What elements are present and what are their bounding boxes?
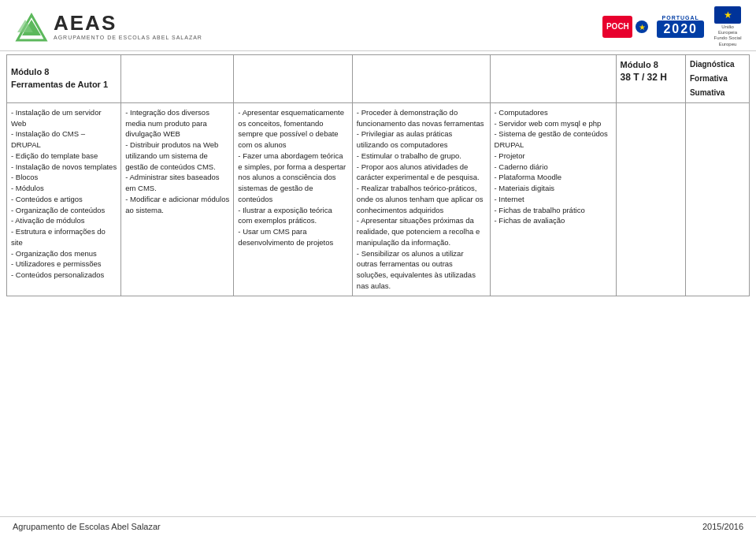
- table-container: Módulo 8Ferramentas de Autor 1 Módulo 8 …: [0, 51, 756, 300]
- footer: Agrupamento de Escolas Abel Salazar 2015…: [0, 516, 756, 536]
- hours-label: 38 T / 32 H: [621, 72, 667, 83]
- portugal-label: PORTUGAL: [662, 15, 699, 20]
- poch-group: POCH ★: [602, 16, 649, 38]
- poch-star-icon: ★: [635, 20, 649, 34]
- footer-year: 2015/2016: [702, 522, 743, 531]
- main-table: Módulo 8Ferramentas de Autor 1 Módulo 8 …: [6, 54, 750, 296]
- sumativa-label: Sumativa: [690, 87, 745, 99]
- header: AEAS AGRUPAMENTO DE ESCOLAS ABEL SALAZAR…: [0, 0, 756, 51]
- poch-label: POCH: [606, 22, 629, 31]
- eu-flag-badge: ★: [714, 6, 741, 24]
- col5-content-cell: - Computadores - Servidor web com mysql …: [490, 102, 616, 296]
- col3-header: [234, 54, 353, 102]
- modulo8-label: Módulo 8: [621, 60, 658, 69]
- poch-badge: POCH: [602, 16, 632, 38]
- table-header-row: Módulo 8Ferramentas de Autor 1 Módulo 8 …: [7, 54, 750, 102]
- diag-items: Diagnóstica Formativa Sumativa: [690, 59, 745, 99]
- eu-star-symbol: ★: [724, 9, 732, 20]
- logo-area: AEAS AGRUPAMENTO DE ESCOLAS ABEL SALAZAR: [13, 12, 202, 42]
- col4-content-cell: - Proceder à demonstração do funcionamen…: [352, 102, 490, 296]
- aeas-logo-icon: [13, 12, 50, 42]
- logo-img: AEAS AGRUPAMENTO DE ESCOLAS ABEL SALAZAR: [13, 12, 202, 42]
- logo-subtitle: AGRUPAMENTO DE ESCOLAS ABEL SALAZAR: [54, 35, 202, 40]
- portugal2020-group: PORTUGAL 2020: [657, 15, 704, 38]
- modulo-title: Módulo 8Ferramentas de Autor 1: [11, 67, 108, 88]
- col1-content: - Instalação de um servidor Web - Instal…: [11, 108, 117, 279]
- diag-label: Diagnóstica: [690, 59, 745, 70]
- eu-text: União Europeia Fundo Social Europeu: [712, 24, 743, 47]
- col2-content-cell: - Integração dos diversos media num prod…: [121, 102, 234, 296]
- col6-empty-cell: [616, 102, 685, 296]
- col4-header: [352, 54, 490, 102]
- col3-content-cell: - Apresentar esquematicamente os conceit…: [234, 102, 353, 296]
- col2-header: [121, 54, 234, 102]
- formativa-label: Formativa: [690, 73, 745, 84]
- year-2020-badge: 2020: [657, 20, 704, 38]
- modulo-title-cell: Módulo 8Ferramentas de Autor 1: [7, 54, 121, 102]
- footer-school-name: Agrupamento de Escolas Abel Salazar: [13, 522, 161, 531]
- col1-content-cell: - Instalação de um servidor Web - Instal…: [7, 102, 121, 296]
- svg-text:★: ★: [639, 23, 646, 32]
- modulo8-cell: Módulo 8 38 T / 32 H: [616, 54, 685, 102]
- eu-group: ★ União Europeia Fundo Social Europeu: [712, 6, 743, 47]
- col4-content: - Proceder à demonstração do funcionamen…: [357, 108, 485, 290]
- col2-content: - Integração dos diversos media num prod…: [125, 108, 232, 214]
- col5-header: [490, 54, 616, 102]
- col5-content: - Computadores - Servidor web com mysql …: [495, 108, 610, 225]
- col3-content: - Apresentar esquematicamente os conceit…: [238, 108, 347, 247]
- logo-aeas-text: AEAS: [54, 13, 202, 33]
- diag-header-cell: Diagnóstica Formativa Sumativa: [685, 54, 749, 102]
- year-label: 2020: [663, 22, 698, 35]
- table-content-row: - Instalação de um servidor Web - Instal…: [7, 102, 750, 296]
- col7-empty-cell: [685, 102, 749, 296]
- logo-text-block: AEAS AGRUPAMENTO DE ESCOLAS ABEL SALAZAR: [54, 13, 202, 40]
- header-logos: POCH ★ PORTUGAL 2020 ★: [602, 6, 743, 47]
